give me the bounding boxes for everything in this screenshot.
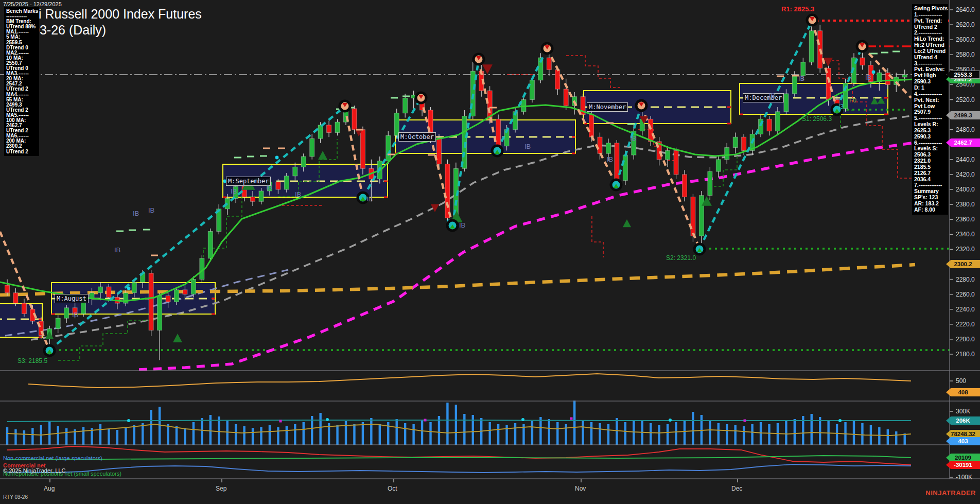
price-axis-tick: 2520.0 [956,96,975,103]
subpanel-axis-tick: 300K [956,408,970,415]
initial-balance-label: IB [865,74,871,81]
price-axis-tick: 2280.0 [956,276,975,283]
price-axis-tick: 2180.0 [956,351,975,358]
price-axis-tick: 2380.0 [956,201,975,208]
s2-level-label: S2: 2321.0 [666,254,696,262]
initial-balance-label: IB [148,206,154,214]
legend-noncommercial: Non-commercial net (large speculators) [3,455,102,461]
copyright-text: © 2025 NinjaTrader, LLC [3,467,65,474]
price-axis-tick: 2440.0 [956,156,975,163]
price-axis-tick: 2600.0 [956,36,975,43]
time-axis-month-label: Sep [216,485,226,492]
month-box-label[interactable]: M:December [743,93,784,102]
pivot-low-marker [694,244,705,254]
f0-pivot-label: F0 [849,97,856,104]
price-marker-chip: 2553.3 [946,71,980,79]
initial-balance-label: IB [630,134,636,142]
pivot-high-marker [807,15,817,25]
month-box-label[interactable]: M:August [55,294,89,303]
price-axis-tick: 2220.0 [956,321,975,328]
initial-balance-label: IB [231,187,237,195]
swing-pivots-panel: Swing Pivots 1.------------- Pvt. Trend:… [912,4,948,215]
price-marker-chip: -30191 [946,461,980,469]
price-axis-tick: 2580.0 [956,51,975,58]
initial-balance-label: IB [295,190,301,198]
price-marker-chip: 2462.7 [946,138,980,147]
ninjatrader-logo: NINJATRADER [925,489,976,497]
pivot-high-marker [474,54,484,64]
pivot-high-marker [857,41,867,51]
month-box-label[interactable]: M:October [398,132,436,142]
price-axis-tick: 2640.0 [956,6,975,13]
time-axis-month-label: Nov [575,485,586,492]
price-axis-tick: 2400.0 [956,186,975,193]
initial-balance-label: IB [798,75,804,82]
price-axis-tick: 2340.0 [956,231,975,238]
subpanel-axis-tick: 500 [956,377,966,385]
price-axis-tick: 2240.0 [956,306,975,313]
pivot-high-marker [416,93,426,103]
price-marker-chip: 78248.32 [946,430,980,438]
subpanel-axis-tick: -100K [956,474,972,481]
price-marker-chip: 403 [946,437,980,445]
initial-balance-label: IB [769,92,775,99]
time-axis-month-label: Dec [731,485,742,492]
pivot-low-marker [611,180,621,190]
price-marker-chip: 2499.3 [946,111,980,119]
initial-balance-label: IB [114,246,120,254]
price-marker-chip: 20109 [946,454,980,462]
time-axis-month-label: Oct [388,485,397,492]
initial-balance-label: IB [366,195,373,203]
pivot-low-marker [44,345,55,356]
price-marker-chip: 408 [946,388,980,396]
chart-canvas[interactable] [0,0,980,504]
initial-balance-label: IB [72,311,78,319]
price-axis-tick: 2320.0 [956,246,975,253]
pivot-high-marker [542,43,552,54]
price-axis-tick: 2480.0 [956,126,975,133]
price-axis-tick: 2620.0 [956,21,975,28]
price-axis-tick: 2260.0 [956,291,975,298]
s1-level-label: S1: 2506.3 [802,115,832,123]
chart-title-line2: 03-26 (Daily) [32,23,106,37]
i3-pivot-label: I3 [838,103,844,110]
pivot-high-marker [636,100,646,111]
price-marker-chip: 2300.2 [946,260,980,268]
initial-balance-label: IB [459,221,465,229]
price-axis-tick: 2200.0 [956,336,975,343]
symbol-label: RTY 03-26 [3,494,28,500]
s3-level-label: S3: 2185.5 [18,357,47,364]
chart-title-line1: i Russell 2000 Index Futures [39,7,202,21]
initial-balance-label: IB [524,143,531,150]
month-box-label[interactable]: M:September [226,177,271,186]
pivot-low-marker [492,146,502,156]
price-axis-tick: 2420.0 [956,171,975,178]
price-marker-chip: 206K [946,416,980,425]
initial-balance-label: IB [133,210,139,217]
price-axis-tick: 2360.0 [956,216,975,223]
initial-balance-label: IB [607,155,613,163]
r1-level-label: R1: 2625.3 [781,5,814,13]
pivot-high-marker [340,101,350,111]
month-box-label[interactable]: M:November [587,102,628,112]
time-axis-month-label: Aug [44,485,55,492]
ninjatrader-window: 7/25/2025 - 12/29/2025 i Russell 2000 In… [0,0,980,504]
bench-marks-panel: Bench Marks ------------ BM Trend: UTren… [4,7,39,156]
pivot-low-marker [447,220,458,231]
initial-balance-label: IB [266,183,272,191]
